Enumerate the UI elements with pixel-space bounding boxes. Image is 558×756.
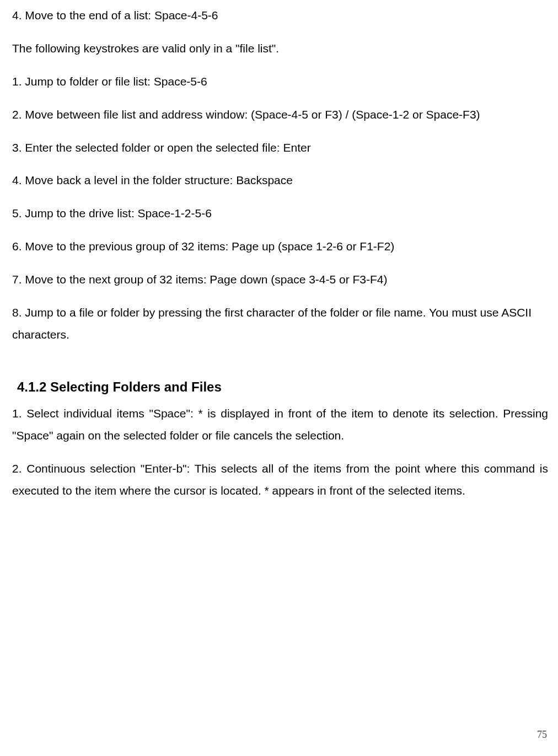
body-text: 2. Move between file list and address wi… [12,104,548,126]
section-heading: 4.1.2 Selecting Folders and Files [12,374,548,400]
body-text: 1. Select individual items "Space": * is… [12,403,548,447]
body-text: 3. Enter the selected folder or open the… [12,137,548,159]
body-text: 4. Move to the end of a list: Space-4-5-… [12,4,548,26]
body-text: 4. Move back a level in the folder struc… [12,169,548,191]
body-text: The following keystrokes are valid only … [12,37,548,60]
body-text: 2. Continuous selection "Enter-b": This … [12,458,548,502]
page-number: 75 [537,725,547,744]
body-text: 1. Jump to folder or file list: Space-5-… [12,71,548,93]
body-text: 7. Move to the next group of 32 items: P… [12,269,548,291]
body-text: 6. Move to the previous group of 32 item… [12,235,548,258]
body-text: 5. Jump to the drive list: Space-1-2-5-6 [12,202,548,224]
body-text: 8. Jump to a file or folder by pressing … [12,302,548,346]
